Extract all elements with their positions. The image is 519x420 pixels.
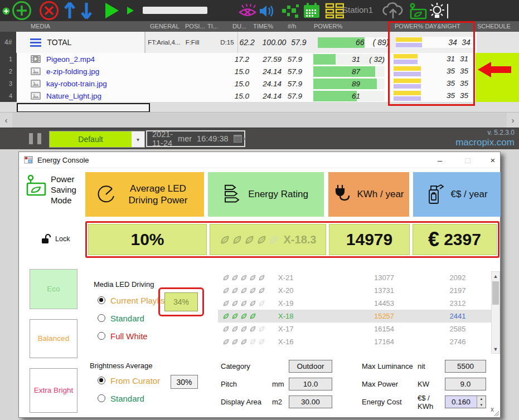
add-quick-icon[interactable]: [2, 7, 10, 15]
rating-code: X-21: [278, 274, 339, 282]
radio-icon[interactable]: [98, 314, 105, 322]
radio-icon[interactable]: [98, 296, 105, 304]
radio-option[interactable]: Full White: [98, 327, 167, 345]
radio-option[interactable]: Standard: [98, 309, 167, 327]
column-header-general[interactable]: GENERAL: [148, 21, 184, 32]
column-header-schedule[interactable]: SCHEDULE: [476, 21, 519, 32]
audio-icon[interactable]: [258, 3, 276, 19]
media-filename[interactable]: e-zip-folding.jpg: [46, 67, 99, 76]
chevron-down-icon[interactable]: ▾: [132, 131, 144, 147]
column-header-media[interactable]: MEDIA: [17, 21, 148, 32]
rating-row[interactable]: X-16 17164 2746: [218, 335, 500, 348]
website-link[interactable]: macropix.com: [455, 137, 515, 148]
brightness-value[interactable]: 30%: [171, 375, 198, 389]
extra-bright-mode-button[interactable]: Extra Bright: [30, 368, 77, 413]
delete-media-icon[interactable]: [39, 1, 60, 21]
text-cursor: [447, 4, 448, 18]
add-media-icon[interactable]: [12, 1, 32, 21]
pixel-network-icon[interactable]: [282, 3, 299, 19]
duration-value: 15.0: [231, 65, 251, 77]
playlist-selector[interactable]: Default ▾: [49, 131, 145, 148]
image-file-icon: [31, 67, 41, 75]
schedule-cell[interactable]: [476, 90, 519, 102]
eco-monitor-icon[interactable]: [409, 3, 428, 19]
datetime-picker[interactable]: 2021-11-24 mer 16:49:38 ▾: [146, 130, 245, 147]
media-column-resizer[interactable]: [17, 103, 150, 113]
radio-label[interactable]: Full White: [110, 331, 148, 341]
scroll-down-icon[interactable]: ▼: [492, 345, 499, 353]
column-header-time-pct[interactable]: TIME%: [251, 21, 283, 32]
max-power-input[interactable]: 9.0: [445, 378, 486, 390]
rating-row[interactable]: X-19 14453 2312: [218, 297, 500, 310]
layout-grid-icon[interactable]: [325, 3, 344, 18]
pitch-input[interactable]: 10.0: [289, 378, 332, 390]
annotation-34pct-box: [158, 287, 204, 316]
radio-icon[interactable]: [98, 394, 105, 402]
column-header-per-hour[interactable]: #/h: [283, 21, 304, 32]
pause-icon[interactable]: [29, 133, 41, 144]
media-filename[interactable]: Nature_Light.jpg: [46, 92, 101, 100]
radio-label[interactable]: Standard: [110, 314, 144, 323]
maximize-button[interactable]: □: [458, 152, 477, 168]
brightness-average-label: Brightness Average: [90, 362, 153, 370]
radio-option[interactable]: Current Playlist: [98, 291, 167, 309]
rating-row[interactable]: X-17 16154 2585: [218, 323, 500, 335]
radio-icon[interactable]: [98, 377, 105, 384]
hide-eye-icon[interactable]: [237, 3, 258, 19]
radio-icon[interactable]: [98, 332, 105, 340]
horizontal-scrollbar[interactable]: ‹ ›: [0, 112, 519, 128]
balanced-mode-button[interactable]: Balanced: [30, 319, 77, 358]
field-energy-cost: Energy Cost €$ / KWh 0.160 ▲▼: [362, 395, 486, 409]
rating-leaves: [218, 287, 278, 294]
drag-handle-icon[interactable]: [30, 38, 41, 47]
move-down-icon[interactable]: [79, 1, 94, 20]
leaf-icon: [240, 325, 248, 333]
radio-option[interactable]: From Curator: [98, 372, 160, 389]
play-preview-icon[interactable]: [126, 6, 135, 15]
playback-slider[interactable]: [143, 7, 207, 14]
play-icon[interactable]: [103, 2, 121, 19]
scroll-up-icon[interactable]: ▲: [492, 272, 499, 280]
schedule-cell[interactable]: [476, 77, 519, 90]
rating-row[interactable]: X-21 13077 2092: [218, 271, 500, 284]
resize-grip[interactable]: [493, 411, 499, 416]
column-header-ti[interactable]: TI...: [205, 21, 231, 32]
scrollbar-thumb[interactable]: [492, 281, 499, 305]
radio-option[interactable]: Standard: [98, 389, 160, 407]
media-filename[interactable]: kay-robot-train.jpg: [46, 80, 107, 88]
playlist-selector-value[interactable]: Default: [50, 131, 132, 147]
rating-cost: 2312: [429, 299, 487, 307]
total-schedule-cell[interactable]: [476, 32, 519, 53]
row-number: 2: [0, 65, 17, 77]
calendar-icon[interactable]: [303, 2, 321, 19]
column-header-position[interactable]: POSI...: [184, 21, 205, 32]
radio-label[interactable]: Standard: [110, 394, 144, 403]
leaf-icon: [240, 287, 248, 294]
summary-cost-value: 2397: [444, 230, 481, 249]
spinner-arrows-icon[interactable]: ▲▼: [477, 396, 486, 408]
max-luminance-input[interactable]: 5500: [445, 360, 486, 373]
total-power-bar: 66 ( 89): [318, 37, 389, 48]
ratings-scrollbar[interactable]: ▲ ▼: [491, 271, 500, 354]
scroll-left-icon[interactable]: ‹: [0, 113, 12, 128]
rating-row[interactable]: X-18 15257 2441: [218, 310, 500, 323]
minimize-button[interactable]: –: [430, 152, 449, 168]
cloud-upload-icon[interactable]: [381, 2, 405, 20]
brightness-bulb-icon[interactable]: [428, 2, 446, 20]
radio-label[interactable]: From Curator: [110, 376, 160, 385]
media-filename[interactable]: Pigeon_2.mp4: [46, 55, 95, 64]
move-up-icon[interactable]: [62, 1, 77, 20]
energy-cost-spinner[interactable]: 0.160 ▲▼: [445, 395, 486, 408]
rating-row[interactable]: X-20 13731 2197: [218, 284, 500, 297]
column-header-power[interactable]: POWER%: [304, 21, 390, 32]
scroll-right-icon[interactable]: ›: [507, 113, 519, 128]
close-button[interactable]: ×: [483, 152, 502, 168]
calendar-dropdown-icon[interactable]: ▾: [234, 135, 246, 143]
rating-code: X-19: [278, 299, 339, 307]
column-header-duration[interactable]: DU...: [231, 21, 251, 32]
category-input[interactable]: Outdoor: [289, 360, 332, 373]
lock-open-icon: [41, 233, 51, 244]
lock-toggle[interactable]: Lock: [41, 233, 70, 244]
display-area-input[interactable]: 30.00: [289, 395, 332, 408]
eco-mode-button[interactable]: Eco: [30, 269, 77, 309]
